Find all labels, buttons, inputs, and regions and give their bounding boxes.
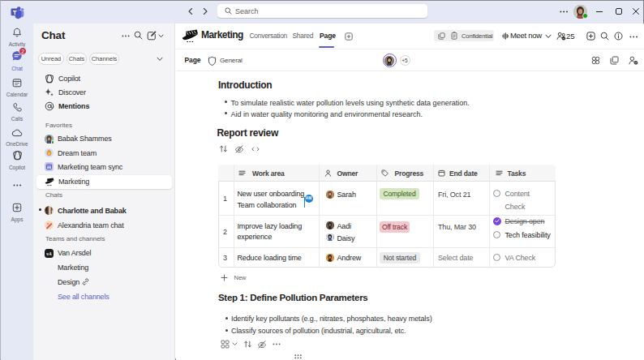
svg-text:vA: vA	[46, 251, 52, 255]
